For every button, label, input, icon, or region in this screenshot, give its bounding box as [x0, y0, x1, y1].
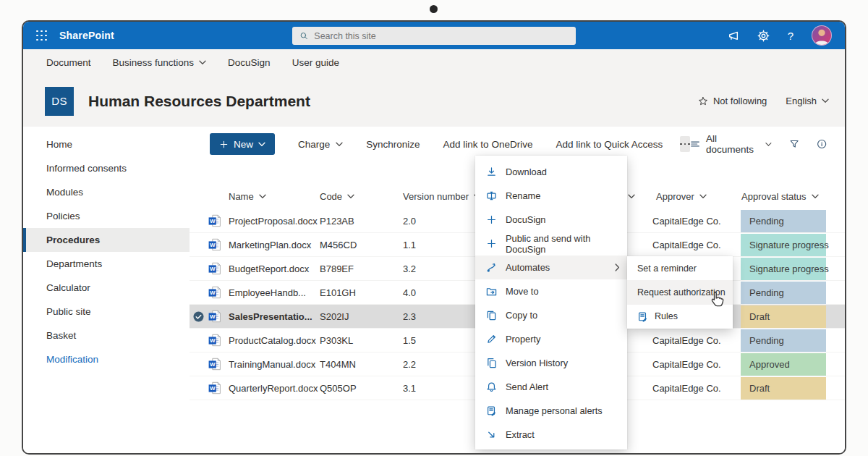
svg-text:W: W	[210, 337, 216, 344]
approval-status-badge: Pending	[741, 282, 826, 304]
menu-item-icon	[486, 214, 497, 225]
sidebar-item[interactable]: Modification	[23, 347, 190, 371]
word-file-icon: W	[208, 209, 221, 232]
document-code: B789EF	[320, 257, 354, 280]
brand-label: SharePoint	[59, 30, 114, 41]
document-version: 2.2	[403, 352, 416, 376]
nav-item[interactable]: Document	[46, 57, 91, 68]
column-header-approver[interactable]: Approver	[656, 184, 707, 209]
announcements-icon[interactable]	[727, 30, 739, 42]
word-file-icon: W	[208, 257, 221, 280]
column-header-name[interactable]: Name	[229, 184, 266, 209]
word-file-icon: W	[208, 305, 221, 328]
sidebar-item[interactable]: Modules	[23, 180, 190, 204]
site-logo-tile[interactable]: DS	[45, 87, 74, 116]
nav-item[interactable]: DocuSign	[228, 57, 271, 68]
command-button[interactable]: Add link to Quick Access	[556, 139, 663, 150]
context-menu-item[interactable]: Automates	[475, 256, 627, 279]
svg-text:W: W	[210, 385, 216, 392]
selected-check-icon	[193, 305, 204, 328]
submenu-item[interactable]: Set a reminder	[627, 256, 733, 280]
sidebar-item[interactable]: Informed consents	[23, 156, 190, 180]
context-menu: Download Rename DocuSign Public and send…	[475, 156, 627, 449]
document-approver: CapitalEdge Co.	[652, 329, 721, 352]
star-icon	[698, 96, 708, 106]
column-header-approval-status[interactable]: Approval status	[741, 184, 819, 209]
context-menu-item[interactable]: Rename	[475, 184, 627, 208]
more-commands-button[interactable]	[680, 136, 690, 152]
column-header-code[interactable]: Code	[320, 184, 354, 209]
document-name: BudgetReport.docx	[229, 257, 309, 280]
chevron-down-icon	[812, 194, 819, 199]
approval-status-badge: Pending	[741, 210, 826, 232]
context-menu-item[interactable]: Copy to	[475, 303, 627, 327]
submenu-item-icon	[637, 311, 648, 322]
sidebar-item[interactable]: Basket	[23, 324, 190, 347]
new-button[interactable]: New	[210, 133, 275, 155]
sharepoint-window: SharePoint ? Document Business functions	[22, 20, 846, 455]
context-menu-item[interactable]: DocuSign	[475, 208, 627, 232]
search-box[interactable]	[292, 27, 576, 45]
user-avatar[interactable]	[812, 25, 832, 46]
svg-text:W: W	[210, 266, 216, 272]
command-bar: New Charge Synchronize	[190, 130, 845, 158]
document-name: MarketingPlan.docx	[229, 233, 311, 256]
document-code: T404MN	[320, 352, 356, 376]
context-menu-item[interactable]: Manage personal alerts	[475, 399, 627, 423]
document-version: 1.1	[403, 233, 416, 256]
app-launcher-waffle-icon[interactable]	[36, 30, 47, 41]
sidebar-navigation: Home Informed consents Modules Policies …	[23, 127, 190, 455]
svg-text:W: W	[210, 218, 216, 224]
sidebar-item[interactable]: Procedures	[23, 228, 190, 252]
sidebar-item[interactable]: Calculator	[23, 276, 190, 300]
language-selector[interactable]: English	[786, 96, 829, 106]
menu-item-icon	[486, 405, 497, 416]
hand-cursor-icon	[709, 291, 725, 311]
sidebar-item[interactable]: Policies	[23, 204, 190, 228]
follow-button[interactable]: Not following	[698, 96, 767, 106]
command-button[interactable]: Charge	[298, 139, 343, 150]
command-button[interactable]: Synchronize	[366, 139, 420, 150]
command-button[interactable]: Add link to OneDrive	[443, 139, 533, 150]
site-title: Human Resources Department	[88, 93, 310, 110]
word-file-icon: W	[208, 329, 221, 352]
context-menu-item[interactable]: Property	[475, 327, 627, 351]
svg-text:W: W	[210, 361, 216, 368]
search-input[interactable]	[314, 31, 569, 41]
document-approver: CapitalEdge Co.	[652, 352, 721, 376]
column-header-version[interactable]: Version number	[403, 184, 481, 209]
document-code: Q505OP	[320, 376, 357, 400]
filter-icon[interactable]	[789, 138, 799, 150]
document-name: ProductCatalog.docx	[229, 329, 316, 352]
document-version: 2.0	[403, 209, 416, 232]
expand-icon[interactable]	[845, 138, 846, 150]
menu-item-icon	[486, 190, 497, 201]
document-version: 3.1	[403, 376, 416, 400]
context-menu-item[interactable]: Extract	[475, 423, 627, 447]
context-menu-item[interactable]: Move to	[475, 279, 627, 303]
menu-item-icon	[486, 262, 497, 273]
column-header-hidden[interactable]	[628, 184, 635, 209]
document-approver: CapitalEdge Co.	[652, 376, 721, 400]
word-file-icon: W	[208, 233, 221, 256]
help-icon[interactable]: ?	[788, 30, 793, 42]
info-icon[interactable]	[817, 138, 827, 150]
document-name: ProjectProposal.docx	[229, 209, 318, 232]
chevron-down-icon	[199, 60, 206, 65]
context-menu-item[interactable]: Version History	[475, 351, 627, 375]
context-menu-item[interactable]: Send Alert	[475, 375, 627, 399]
sidebar-item[interactable]: Departments	[23, 252, 190, 276]
sidebar-item[interactable]: Home	[23, 132, 190, 156]
nav-item[interactable]: Business functions	[113, 57, 207, 68]
svg-text:W: W	[210, 242, 216, 248]
context-menu-item[interactable]: Download	[475, 160, 627, 184]
context-menu-item[interactable]: Public and send with DocuSign	[475, 232, 627, 256]
view-selector[interactable]: All documents	[690, 133, 772, 155]
menu-item-icon	[486, 238, 497, 249]
nav-item[interactable]: User guide	[292, 57, 339, 68]
settings-gear-icon[interactable]	[757, 30, 770, 42]
site-header: DS Human Resources Department Not follow…	[23, 75, 845, 127]
chevron-down-icon	[699, 194, 707, 199]
document-name: EmployeeHandb...	[229, 281, 306, 304]
sidebar-item[interactable]: Public site	[23, 300, 190, 324]
